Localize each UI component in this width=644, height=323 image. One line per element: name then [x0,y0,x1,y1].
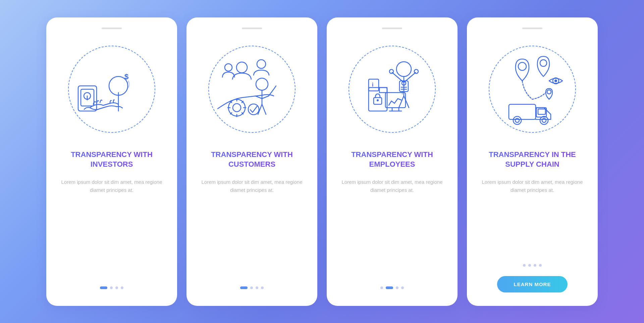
card-investors: $ TRANSPARENCY WITH INVESTORS Lorem ipsu… [46,17,177,306]
investors-svg: $ [71,49,152,129]
top-indicator [382,28,402,29]
svg-point-6 [236,62,247,73]
dot [396,286,398,289]
illustration-investors: $ [60,37,164,141]
dot [401,286,404,289]
learn-more-button[interactable]: LEARN MORE [497,276,568,292]
illustration-supply [480,37,584,141]
dot [110,286,113,289]
svg-point-8 [225,64,232,71]
dots-row-supply [523,264,542,267]
svg-text:i: i [372,82,373,88]
top-indicator [522,28,542,29]
top-indicator [242,28,262,29]
svg-text:!: ! [401,90,403,95]
card-employees: ! i TRANSPARENCY WITH EMPLOYEES Lorem ip… [327,17,458,306]
dot-active [100,286,107,289]
dot [115,286,118,289]
supply-svg [492,49,573,129]
dot-active [240,286,248,289]
dot [250,286,253,289]
svg-line-29 [404,96,409,108]
svg-point-14 [233,104,241,112]
card-body-supply: Lorem ipsum dolor sit dim amet, mea regi… [477,178,588,257]
svg-point-44 [518,62,526,70]
svg-point-47 [554,79,557,82]
top-indicator [102,28,122,29]
card-body-customers: Lorem ipsum dolor sit dim amet, mea regi… [197,178,307,280]
dot-active [386,286,393,289]
svg-point-55 [547,90,551,94]
svg-point-27 [414,69,418,73]
dot [528,264,531,267]
dot [261,286,264,289]
card-title-customers: TRANSPARENCY WITH CUSTOMERS [197,148,307,171]
illustration-customers [200,37,304,141]
svg-rect-48 [509,104,536,119]
svg-point-24 [396,62,411,76]
card-title-employees: TRANSPARENCY WITH EMPLOYEES [337,148,447,171]
svg-point-7 [257,60,266,68]
dot [121,286,123,289]
svg-point-36 [377,99,379,101]
svg-point-45 [540,60,547,66]
dots-row-investors [100,286,123,289]
svg-point-9 [256,78,268,90]
card-title-investors: TRANSPARENCY WITH INVESTORS [56,148,167,171]
illustration-employees: ! i [340,37,444,141]
customers-svg [212,49,292,129]
dots-row-customers [240,286,264,289]
card-body-employees: Lorem ipsum dolor sit dim amet, mea regi… [337,178,447,280]
card-customers: TRANSPARENCY WITH CUSTOMERS Lorem ipsum … [186,17,317,306]
dot [523,264,526,267]
svg-text:$: $ [124,72,128,81]
card-body-investors: Lorem ipsum dolor sit dim amet, mea regi… [56,178,167,280]
cards-container: $ TRANSPARENCY WITH INVESTORS Lorem ipsu… [33,4,611,319]
dot [534,264,536,267]
card-supply: TRANSPARENCY IN THE SUPPLY CHAIN Lorem i… [467,17,598,306]
svg-rect-54 [538,109,545,114]
dot [256,286,258,289]
employees-svg: ! i [352,49,432,129]
dot [380,286,383,289]
svg-point-26 [389,69,393,73]
dot [539,264,542,267]
svg-rect-42 [369,79,379,91]
svg-point-52 [540,116,548,124]
svg-line-12 [262,104,266,114]
dots-row-employees [380,286,404,289]
svg-line-28 [399,96,404,108]
card-title-supply: TRANSPARENCY IN THE SUPPLY CHAIN [477,148,588,171]
svg-point-50 [513,116,521,124]
